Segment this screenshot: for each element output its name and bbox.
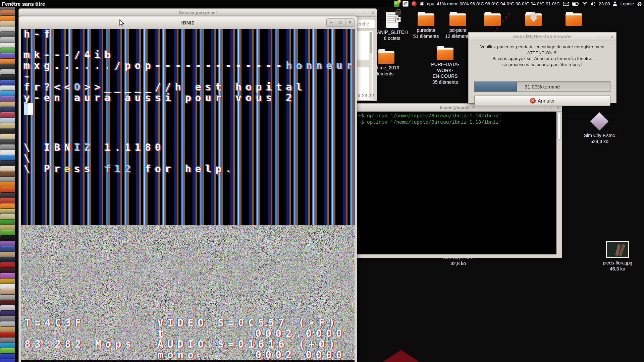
maximize-button[interactable]: □ [550, 106, 552, 110]
record-tray-icon[interactable] [412, 1, 417, 6]
file-list-panel [357, 31, 373, 101]
ibniz-text-line: - [24, 71, 34, 81]
image-thumbnail [606, 241, 629, 258]
terminal-window: lepole@lepole: ~ – □ × :~$ optirun '/hom… [352, 103, 562, 258]
mail-icon[interactable] [563, 2, 569, 6]
desktop-icon-folder-6[interactable] [555, 11, 592, 27]
close-button[interactable]: × [345, 19, 355, 26]
desktop-icon-label: 35 éléments [423, 79, 467, 85]
maximize-button[interactable]: □ [604, 35, 606, 39]
filemanager-title: Dossier personnel [179, 10, 217, 15]
ibniz-text-line: \ IBNIZ 1.1180 [24, 142, 165, 153]
desktop-icon-label: EN-COURS [423, 73, 467, 79]
desktop-icon-label: ANIP_GLITCH [377, 29, 407, 36]
recordmydesktop-dialog: recordMyDesktop-encoder – □ × Veuillez p… [468, 32, 616, 103]
wifi-icon[interactable] [582, 2, 587, 6]
notification-badge: 1 [397, 0, 401, 3]
dialog-message-line: Si vous appuyez sur Annuler ou fermez la… [472, 56, 613, 62]
desktop-icon-folder-download[interactable] [515, 11, 552, 27]
ibniz-titlebar[interactable]: IBNIZ – □ × [19, 16, 357, 29]
desktop-icon-pure-data-work-en-cours[interactable]: PURE-DATA-WORK-EN-COURS35 éléments [423, 46, 467, 85]
terminal-output[interactable]: :~$ optirun '/home/lepole/Bureau/ibniz-1… [353, 112, 556, 254]
maximize-button[interactable]: □ [336, 19, 345, 26]
dialog-message-line: ce processus ne pourra pas être repris ! [472, 62, 613, 68]
folder-icon [484, 13, 501, 26]
ibniz-text-line: mxg....../pop-------------honneur [24, 61, 355, 71]
terminal-scrollbar[interactable] [557, 112, 561, 254]
user-menu[interactable]: Lepole [620, 1, 634, 6]
folder-download-icon [525, 13, 542, 26]
dialog-message-line: Veuillez patienter pendant l'encodage de… [472, 44, 613, 50]
user-icon [613, 1, 617, 6]
clock[interactable]: 23:08 [599, 1, 610, 6]
desktop-icon-folder-4[interactable] [474, 11, 511, 27]
volume-icon[interactable] [590, 2, 596, 6]
active-window-title: Fenêtre sans titre [2, 1, 45, 7]
desktop-icon-label: 46,3 ko [599, 266, 636, 272]
desktop-icon-sim-city-smc[interactable]: Sim City F.smc524,3 ko [581, 111, 618, 144]
ibniz-text-line: VIDEO S=0C557 (-F) [157, 318, 339, 328]
desktop-icon-pieds-flora[interactable]: pieds-flora.jpg46,3 ko [599, 241, 636, 272]
minimize-button[interactable]: – [543, 106, 545, 110]
ibniz-text-line: mk---/4ib [24, 50, 115, 60]
terminal-title: lepole@lepole: ~ [440, 105, 474, 110]
file-list-row[interactable] [357, 60, 369, 67]
ibniz-screen[interactable]: h-fmk---/4ibmxg....../pop-------------ho… [21, 29, 355, 362]
ibniz-text-line: h-f [24, 29, 54, 39]
ibniz-text-line: y-en aura aussi pour vous 2 [24, 93, 296, 103]
cancel-button-label: Annuler [538, 98, 555, 104]
minimize-button[interactable]: – [327, 19, 336, 26]
minimize-button[interactable]: – [358, 11, 360, 15]
ibniz-text-line: AUDIO S=01616 (+0) [157, 339, 339, 349]
desktop-icon-label: pieds-flora.jpg [599, 260, 636, 266]
encoding-progress-bar: 31.00% terminé [474, 81, 610, 92]
desktop-icon-manip-glitch[interactable]: ×ANIP_GLITCH6 octets [377, 11, 407, 41]
close-button[interactable]: × [611, 35, 613, 39]
file-timestamp: à 23:22 [358, 93, 374, 98]
terminal-line: :~$ optirun '/home/lepole/Bureau/ibniz-1… [355, 113, 556, 119]
desktop-icon-label: 524,3 ko [581, 139, 618, 145]
download-emblem-icon [529, 17, 538, 22]
ibniz-text-line: \ Press f12 for help. [24, 164, 235, 174]
dock-app-icon[interactable] [0, 359, 15, 362]
ibniz-text-line: fr?<<O>>_____//h est hopital [24, 82, 306, 92]
chat-tray-icon[interactable]: 1 [394, 1, 399, 7]
desktop-icon-t-me-2013[interactable]: t.me_2013léments [377, 49, 411, 77]
ibniz-text-line: 0002.0000 [255, 350, 346, 360]
desktop-icon-label: Sim City F.smc [581, 133, 618, 139]
desktop-icon-puredata[interactable]: puredata51 éléments [408, 11, 444, 39]
desktop-icon-label: puredata [408, 27, 444, 34]
menubar: Fenêtre sans titre 1 ✖ cpu: 41% mem: 08%… [0, 0, 644, 7]
ibniz-text-line: \ [24, 153, 34, 163]
cross-tray-icon[interactable]: ✖ [420, 1, 424, 6]
file-icon: × [386, 12, 398, 28]
filemanager-titlebar[interactable]: Dossier personnel – □ × [19, 9, 377, 17]
desktop-icon-label: léments [377, 71, 411, 77]
arrow-emblem-icon [384, 25, 389, 30]
desktop-icon-label: 32,8 ko [440, 261, 477, 267]
ibniz-text-line: 0002.0000 [255, 328, 346, 339]
dialog-message-line: ATTENTION !!! [472, 50, 613, 56]
battery-icon[interactable] [572, 2, 579, 6]
dock [0, 7, 15, 362]
gear-icon[interactable] [637, 1, 642, 6]
scrollbar[interactable] [369, 32, 372, 99]
ibniz-text-line: T=4C3F [24, 318, 85, 328]
notes-tray-icon[interactable] [402, 1, 409, 7]
cancel-button[interactable]: ✕ Annuler [474, 95, 610, 106]
folder-icon [437, 48, 453, 60]
dialog-titlebar[interactable]: recordMyDesktop-encoder – □ × [469, 33, 616, 41]
folder-icon [566, 13, 582, 26]
folder-icon [378, 51, 394, 64]
minimize-button[interactable]: – [597, 35, 599, 39]
ibniz-window: IBNIZ – □ × h-fmk---/4ibmxg....../pop---… [18, 16, 357, 362]
terminal-line: :~$ optirun '/home/lepole/Bureau/ibniz-1… [355, 119, 556, 125]
close-button[interactable]: × [372, 11, 374, 15]
desktop-icon-label: 6 octets [377, 36, 407, 42]
dialog-title: recordMyDesktop-encoder [513, 34, 572, 39]
mouse-cursor [119, 19, 125, 28]
maximize-button[interactable]: □ [365, 11, 367, 15]
close-button[interactable]: × [557, 106, 559, 110]
ibniz-title: IBNIZ [181, 20, 194, 25]
ibniz-text-line: t [157, 328, 167, 339]
